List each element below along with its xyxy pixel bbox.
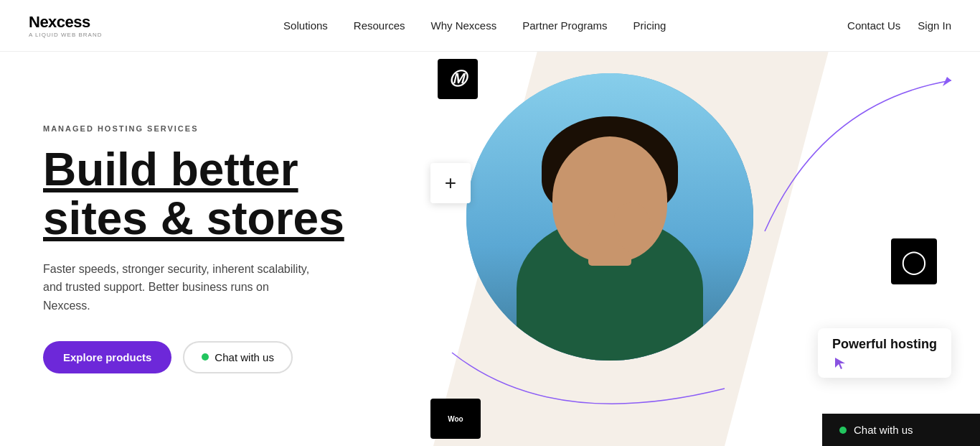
nav-solutions[interactable]: Solutions bbox=[283, 19, 328, 32]
bottom-curve-decoration bbox=[445, 345, 732, 432]
nav-partner-programs[interactable]: Partner Programs bbox=[522, 19, 607, 32]
hero-photo-circle bbox=[466, 73, 753, 361]
contact-us-link[interactable]: Contact Us bbox=[847, 19, 900, 32]
magento-badge: Ⓜ bbox=[438, 59, 478, 99]
hero-description: Faster speeds, stronger security, inhere… bbox=[43, 260, 316, 315]
plus-badge: + bbox=[430, 163, 471, 203]
wordpress-icon: ◯ bbox=[901, 248, 927, 275]
chat-widget-label: Chat with us bbox=[854, 424, 913, 436]
svg-marker-0 bbox=[943, 77, 951, 86]
powerful-hosting-label: Powerful hosting bbox=[832, 337, 937, 352]
plus-icon: + bbox=[445, 172, 456, 195]
hero-title-line1: Build better bbox=[43, 144, 298, 195]
hero-left: MANAGED HOSTING SERVICES Build better si… bbox=[0, 52, 373, 446]
powerful-hosting-badge: Powerful hosting bbox=[818, 328, 951, 378]
cursor-icon bbox=[832, 356, 849, 369]
wordpress-badge: ◯ bbox=[891, 238, 937, 284]
chat-with-us-button[interactable]: Chat with us bbox=[183, 341, 293, 373]
hero-eyebrow: MANAGED HOSTING SERVICES bbox=[43, 124, 344, 133]
hero-buttons: Explore products Chat with us bbox=[43, 341, 344, 373]
nav-resources[interactable]: Resources bbox=[354, 19, 405, 32]
chat-status-dot bbox=[202, 353, 209, 361]
nav-pricing[interactable]: Pricing bbox=[633, 19, 666, 32]
woocommerce-icon: Woo bbox=[448, 415, 463, 423]
sign-in-button[interactable]: Sign In bbox=[918, 19, 951, 32]
logo[interactable]: Nexcess A LIQUID WEB BRAND bbox=[29, 13, 102, 38]
chat-button-label: Chat with us bbox=[215, 351, 274, 363]
explore-products-button[interactable]: Explore products bbox=[43, 341, 171, 373]
chat-widget-dot bbox=[839, 427, 847, 434]
woocommerce-badge: Woo bbox=[430, 399, 481, 439]
nav-right: Contact Us Sign In bbox=[847, 19, 951, 32]
nav-why-nexcess[interactable]: Why Nexcess bbox=[431, 19, 497, 32]
hero-right: Ⓜ + ◯ Woo Powerful hosting bbox=[373, 52, 980, 446]
hero-title-line2: sites & stores bbox=[43, 192, 344, 244]
nav-links: Solutions Resources Why Nexcess Partner … bbox=[283, 19, 666, 32]
logo-tagline: A LIQUID WEB BRAND bbox=[29, 32, 102, 38]
magento-icon: Ⓜ bbox=[449, 68, 466, 90]
logo-text: Nexcess bbox=[29, 13, 102, 32]
main-nav: Nexcess A LIQUID WEB BRAND Solutions Res… bbox=[0, 0, 980, 52]
chat-widget[interactable]: Chat with us bbox=[822, 414, 980, 446]
hero-section: MANAGED HOSTING SERVICES Build better si… bbox=[0, 52, 980, 446]
hero-title: Build better sites & stores bbox=[43, 146, 344, 242]
